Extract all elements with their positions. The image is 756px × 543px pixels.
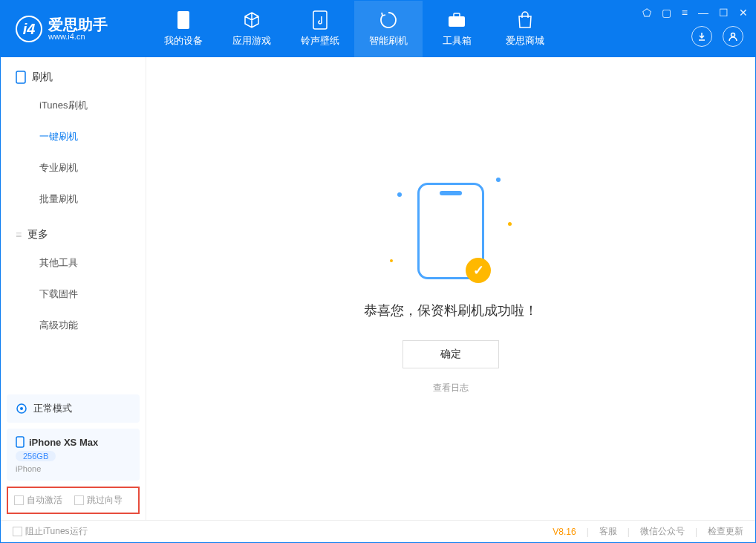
logo-area: i4 爱思助手 www.i4.cn [1, 16, 149, 42]
sidebar-item-advanced[interactable]: 高级功能 [1, 310, 146, 341]
checkbox-auto-activate[interactable]: 自动激活 [14, 494, 62, 507]
bag-icon [515, 10, 535, 30]
sidebar-item-other-tools[interactable]: 其他工具 [1, 247, 146, 279]
cube-icon [242, 10, 261, 30]
svg-rect-3 [454, 13, 460, 17]
app-header: i4 爱思助手 www.i4.cn 我的设备 应用游戏 铃声壁纸 智能刷机 工具… [1, 1, 755, 57]
sidebar-item-download-firmware[interactable]: 下载固件 [1, 279, 146, 310]
tab-label: 工具箱 [443, 34, 472, 48]
main-tabs: 我的设备 应用游戏 铃声壁纸 智能刷机 工具箱 爱思商城 [149, 1, 559, 57]
music-file-icon [310, 10, 330, 30]
svg-point-7 [20, 407, 23, 410]
checkbox-label: 自动激活 [27, 494, 62, 507]
user-button[interactable] [723, 26, 743, 47]
sidebar-item-oneclick-flash[interactable]: 一键刷机 [1, 121, 146, 152]
device-card[interactable]: iPhone XS Max 256GB iPhone [7, 429, 140, 481]
tab-toolbox[interactable]: 工具箱 [423, 1, 491, 57]
tab-label: 我的设备 [164, 34, 203, 48]
sidebar-item-batch-flash[interactable]: 批量刷机 [1, 183, 146, 215]
sidebar: 刷机 iTunes刷机 一键刷机 专业刷机 批量刷机 ≡ 更多 其他工具 下载固… [1, 57, 146, 520]
titlebar-controls: ⬠ ▢ ≡ — ☐ ✕ [642, 7, 748, 19]
check-update-link[interactable]: 检查更新 [708, 525, 743, 538]
device-type-label: iPhone [16, 464, 131, 473]
checkbox-highlight-row: 自动激活 跳过向导 [7, 487, 140, 514]
tab-ringtone-wallpaper[interactable]: 铃声壁纸 [286, 1, 354, 57]
mode-label: 正常模式 [33, 402, 72, 415]
sidebar-item-pro-flash[interactable]: 专业刷机 [1, 152, 146, 183]
section-title: 刷机 [32, 71, 53, 84]
sidebar-item-itunes-flash[interactable]: iTunes刷机 [1, 90, 146, 121]
mode-icon [16, 403, 27, 414]
list-icon: ≡ [16, 229, 22, 241]
svg-rect-0 [177, 11, 189, 29]
checkbox-label: 阻止iTunes运行 [25, 525, 88, 538]
version-label: V8.16 [553, 527, 576, 537]
support-link[interactable]: 客服 [599, 525, 617, 538]
sidebar-section-more: ≡ 更多 [1, 215, 146, 247]
view-log-link[interactable]: 查看日志 [433, 382, 469, 394]
success-message: 恭喜您，保资料刷机成功啦！ [364, 302, 538, 319]
ok-button[interactable]: 确定 [403, 340, 499, 368]
svg-rect-2 [449, 16, 465, 27]
wechat-link[interactable]: 微信公众号 [640, 525, 685, 538]
app-name: 爱思助手 [48, 17, 108, 32]
svg-rect-1 [313, 11, 327, 29]
maximize-icon[interactable]: ☐ [719, 7, 729, 19]
sidebar-section-flash: 刷机 [1, 57, 146, 90]
shirt-icon[interactable]: ⬠ [642, 7, 651, 19]
device-name-label: iPhone XS Max [29, 437, 98, 448]
svg-point-4 [731, 33, 735, 37]
feedback-icon[interactable]: ▢ [662, 7, 671, 19]
storage-badge: 256GB [16, 451, 56, 461]
section-title: 更多 [27, 228, 48, 241]
svg-rect-5 [16, 71, 25, 83]
close-icon[interactable]: ✕ [739, 7, 748, 19]
footer: 阻止iTunes运行 V8.16 | 客服 | 微信公众号 | 检查更新 [1, 520, 755, 542]
phone-icon [174, 10, 193, 30]
tab-smart-flash[interactable]: 智能刷机 [354, 1, 423, 57]
toolbox-icon [447, 10, 466, 30]
app-logo-icon: i4 [16, 16, 42, 42]
phone-small-icon [16, 436, 25, 448]
mode-card[interactable]: 正常模式 [7, 394, 140, 423]
refresh-shield-icon [379, 10, 398, 30]
tab-label: 铃声壁纸 [301, 34, 339, 48]
checkbox-label: 跳过向导 [87, 494, 123, 507]
tab-label: 爱思商城 [506, 34, 544, 48]
tab-label: 智能刷机 [369, 34, 408, 48]
phone-illustration: ✓ [417, 183, 484, 279]
checkbox-block-itunes[interactable]: 阻止iTunes运行 [13, 525, 88, 538]
menu-icon[interactable]: ≡ [682, 7, 688, 19]
svg-rect-8 [16, 437, 24, 447]
main-content: ✓ 恭喜您，保资料刷机成功啦！ 确定 查看日志 [146, 57, 755, 520]
download-button[interactable] [691, 26, 712, 47]
success-check-icon: ✓ [466, 258, 491, 283]
app-url: www.i4.cn [48, 32, 108, 41]
tab-label: 应用游戏 [232, 34, 271, 48]
tab-apps-games[interactable]: 应用游戏 [218, 1, 286, 57]
checkbox-skip-guide[interactable]: 跳过向导 [74, 494, 123, 507]
tab-my-device[interactable]: 我的设备 [149, 1, 218, 57]
tab-store[interactable]: 爱思商城 [491, 1, 559, 57]
device-icon [16, 71, 26, 84]
minimize-icon[interactable]: — [698, 7, 708, 19]
header-right-buttons [691, 26, 743, 47]
